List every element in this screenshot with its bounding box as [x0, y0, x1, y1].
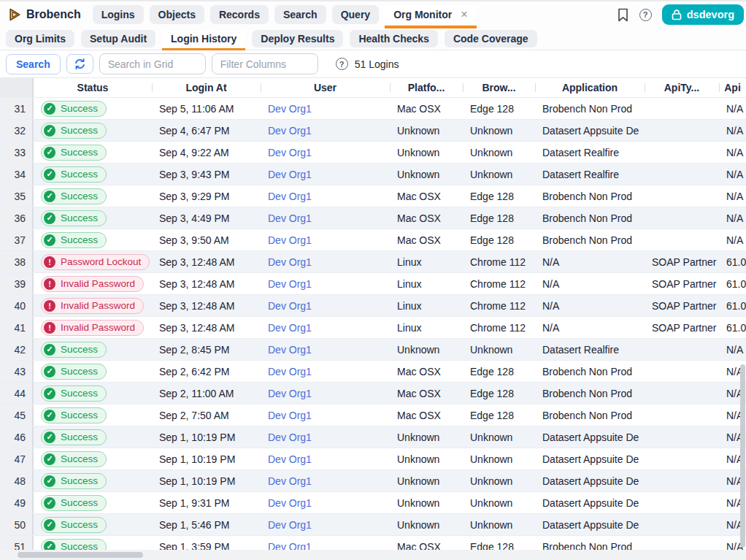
sub-tab-health-checks[interactable]: Health Checks: [350, 30, 437, 47]
user-link[interactable]: Dev Org1: [268, 453, 312, 465]
org-user-label: dsdevorg: [687, 9, 734, 20]
user-link[interactable]: Dev Org1: [268, 234, 312, 246]
sub-tab-deploy-results[interactable]: Deploy Results: [252, 30, 343, 47]
user-link[interactable]: Dev Org1: [268, 519, 312, 531]
tab-label: Health Checks: [358, 33, 428, 45]
browser-cell: Edge 128: [463, 383, 535, 404]
user-link[interactable]: Dev Org1: [268, 103, 312, 115]
user-link[interactable]: Dev Org1: [268, 278, 312, 290]
user-link[interactable]: Dev Org1: [268, 212, 312, 224]
brobench-logo-icon: [7, 7, 22, 22]
user-link[interactable]: Dev Org1: [268, 344, 312, 356]
main-tab-org-monitor[interactable]: Org Monitor×: [385, 5, 476, 24]
horizontal-scrollbar-thumb[interactable]: [18, 552, 143, 558]
status-cell: ✓Success: [34, 185, 152, 207]
row-number: 36: [0, 207, 34, 229]
user-link[interactable]: Dev Org1: [268, 125, 312, 137]
status-label: Success: [61, 169, 98, 180]
platform-cell: Unknown: [390, 492, 463, 513]
status-label: Invalid Password: [61, 300, 135, 311]
application-cell: Datasert Appsuite De: [535, 514, 645, 535]
user-link[interactable]: Dev Org1: [268, 366, 312, 377]
column-header-application[interactable]: Application: [535, 78, 645, 97]
user-cell: Dev Org1: [261, 404, 390, 426]
row-number: 43: [0, 361, 34, 382]
main-tab-objects[interactable]: Objects: [150, 5, 204, 24]
platform-cell: Unknown: [390, 142, 463, 163]
user-link[interactable]: Dev Org1: [268, 410, 312, 421]
user-link[interactable]: Dev Org1: [268, 256, 312, 268]
vertical-scrollbar-thumb[interactable]: [740, 364, 745, 548]
column-header-login-at[interactable]: Login At: [152, 78, 261, 97]
column-header-api[interactable]: Api: [719, 78, 746, 97]
table-row: 39!Invalid PasswordSep 3, 12:48 AMDev Or…: [0, 273, 746, 295]
table-row: 34✓SuccessSep 3, 9:43 PMDev Org1UnknownU…: [0, 164, 746, 185]
column-header-user[interactable]: User: [261, 78, 390, 97]
status-badge: !Invalid Password: [41, 298, 144, 314]
user-link[interactable]: Dev Org1: [268, 147, 312, 158]
user-link[interactable]: Dev Org1: [268, 191, 312, 202]
refresh-button[interactable]: [66, 54, 93, 74]
status-cell: !Invalid Password: [34, 295, 152, 316]
close-icon[interactable]: ×: [461, 9, 467, 20]
row-number: 40: [0, 295, 34, 316]
browser-cell: Chrome 112: [463, 317, 535, 338]
help-icon[interactable]: ?: [639, 9, 652, 21]
main-tab-search[interactable]: Search: [274, 5, 326, 24]
bookmark-icon[interactable]: [617, 8, 629, 22]
user-link[interactable]: Dev Org1: [268, 300, 312, 312]
user-cell: Dev Org1: [261, 229, 390, 250]
user-link[interactable]: Dev Org1: [268, 322, 312, 334]
table-row: 49✓SuccessSep 1, 9:31 PMDev Org1UnknownU…: [0, 492, 746, 514]
user-link[interactable]: Dev Org1: [268, 431, 312, 443]
main-tab-query[interactable]: Query: [332, 5, 379, 24]
org-user-button[interactable]: dsdevorg: [662, 4, 744, 25]
platform-cell: Linux: [390, 295, 463, 316]
status-label: Invalid Password: [61, 322, 135, 333]
count-help-icon[interactable]: ?: [336, 58, 348, 70]
platform-cell: Linux: [390, 273, 463, 294]
search-in-grid-input[interactable]: [99, 53, 206, 74]
application-cell: Brobench Non Prod: [535, 207, 645, 229]
column-header-brow[interactable]: Brow...: [463, 78, 535, 97]
browser-cell: Chrome 112: [463, 251, 535, 272]
search-button[interactable]: Search: [6, 54, 61, 74]
check-icon: ✓: [44, 497, 55, 509]
application-cell: Datasert Appsuite De: [535, 470, 645, 491]
column-header-status[interactable]: Status: [34, 78, 152, 97]
user-cell: Dev Org1: [261, 295, 390, 316]
user-cell: Dev Org1: [261, 273, 390, 294]
platform-cell: Mac OSX: [390, 361, 463, 382]
user-link[interactable]: Dev Org1: [268, 169, 312, 180]
column-header-apity[interactable]: ApiTy...: [645, 78, 719, 97]
status-badge: !Invalid Password: [41, 320, 144, 336]
sub-tab-setup-audit[interactable]: Setup Audit: [81, 30, 155, 47]
browser-cell: Edge 128: [463, 404, 535, 426]
sub-tab-login-history[interactable]: Login History: [162, 30, 245, 47]
table-row: 43✓SuccessSep 2, 6:42 PMDev Org1Mac OSXE…: [0, 361, 746, 383]
api-version-cell: N/A: [719, 207, 746, 229]
check-icon: ✓: [44, 169, 55, 180]
sub-tab-code-coverage[interactable]: Code Coverage: [445, 30, 537, 47]
check-icon: ✓: [44, 234, 55, 246]
browser-cell: Chrome 112: [463, 295, 535, 316]
main-tab-records[interactable]: Records: [210, 5, 269, 24]
user-link[interactable]: Dev Org1: [268, 388, 312, 399]
login-at-cell: Sep 1, 10:19 PM: [152, 470, 261, 491]
status-badge: ✓Success: [41, 407, 107, 423]
column-header-platfo[interactable]: Platfo...: [390, 78, 463, 97]
main-tab-logins[interactable]: Logins: [93, 5, 144, 24]
filter-columns-input[interactable]: [212, 53, 318, 74]
logins-count: ? 51 Logins: [336, 58, 399, 70]
user-link[interactable]: Dev Org1: [268, 497, 312, 509]
status-badge: ✓Success: [41, 386, 107, 402]
login-at-cell: Sep 3, 9:29 PM: [152, 185, 261, 207]
status-badge: ✓Success: [41, 166, 107, 183]
check-icon: ✓: [44, 431, 55, 443]
horizontal-scrollbar-track[interactable]: [0, 550, 746, 560]
user-link[interactable]: Dev Org1: [268, 475, 312, 487]
sub-tab-org-limits[interactable]: Org Limits: [6, 30, 74, 47]
status-badge: ✓Success: [41, 495, 107, 511]
row-number: 35: [0, 185, 34, 207]
login-at-cell: Sep 2, 7:50 AM: [152, 404, 261, 426]
